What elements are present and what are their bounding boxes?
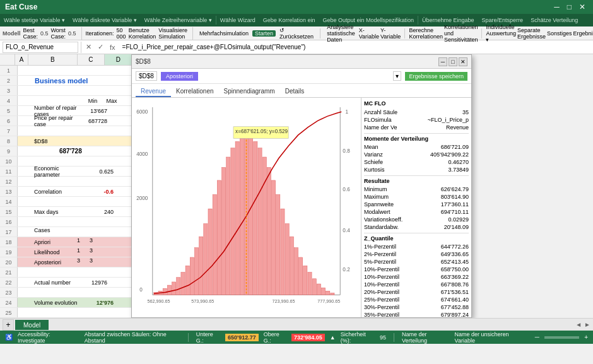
cell-d13: -0.6 <box>83 187 115 196</box>
status-bar: ♿ Accessibility: Investigate Abstand zwi… <box>0 331 593 344</box>
maximize-btn[interactable]: □ <box>565 3 574 11</box>
chart-max-btn[interactable]: □ <box>449 57 457 66</box>
chart-modal: $D$8 ─ □ ✕ $D$8 Aposteriori ▾ Ergebnisse… <box>131 54 472 318</box>
starten-btn[interactable]: Starten <box>252 30 276 37</box>
tab-wizard[interactable]: Wähle Wizard <box>216 14 259 26</box>
function-icon[interactable]: fx <box>108 44 117 51</box>
aposterior-button[interactable]: Aposteriori <box>161 72 198 81</box>
zoom-slider[interactable] <box>544 336 579 339</box>
chart-tab-revenue[interactable]: Revenue <box>136 86 171 97</box>
z-quantile-title: Z_Quantile <box>364 235 469 242</box>
svg-rect-29 <box>231 148 235 295</box>
chart-tab-details[interactable]: Details <box>280 86 310 97</box>
cancel-formula-icon[interactable]: ✕ <box>84 43 93 51</box>
svg-text:4000: 4000 <box>136 151 148 157</box>
obere-value: 732'984.05 <box>291 334 325 341</box>
chart-min-btn[interactable]: ─ <box>438 57 447 66</box>
svg-rect-25 <box>213 194 216 295</box>
worst-case-value: 0.5 <box>68 30 76 37</box>
best-case-value: 0.5 <box>40 30 49 37</box>
separate-btn[interactable]: Separate Ergebnisse <box>517 27 546 40</box>
svg-rect-43 <box>294 248 298 295</box>
svg-rect-16 <box>172 282 176 295</box>
minimize-btn[interactable]: ─ <box>551 3 562 11</box>
tab-zeitreihen[interactable]: Wähle Zeitreihenvariable ▾ <box>141 14 216 26</box>
up-arrow-icon: ▲ <box>330 334 336 341</box>
simulation-section: Iterationen: 50 000 Benutze Korrelation … <box>86 27 193 40</box>
cell-d15: 240 <box>83 207 115 216</box>
tab-wähle-stetige[interactable]: Wähle stetige Variable ▾ <box>0 14 69 26</box>
name-ve-row: Name der VeRevenue <box>364 124 469 131</box>
svg-rect-42 <box>290 237 293 295</box>
svg-text:1: 1 <box>345 109 348 115</box>
cell-d5: 13'667 <box>83 106 109 115</box>
cell-d24: 12'976 <box>83 298 115 307</box>
cell-b11: Economic parameter <box>33 167 83 176</box>
zoom-out-btn[interactable]: ─ <box>535 334 539 341</box>
zurücksetzen-btn[interactable]: ↺ Zurücksetzen <box>277 27 316 40</box>
sheet-add-btn[interactable]: + <box>3 319 14 331</box>
svg-rect-15 <box>167 285 171 295</box>
visualisiere-btn[interactable]: Visualisiere Simulation <box>158 27 187 40</box>
worst-case-label: Worst Case: <box>51 27 66 40</box>
close-btn[interactable]: ✕ <box>577 3 588 11</box>
tab-schätze[interactable]: Schätze Verteilung <box>527 14 582 26</box>
histogram-area: 6000 4000 2000 0 1 0.8 0.6 0.4 0.2 <box>132 98 361 317</box>
individuelle-btn[interactable]: Individuelle Auswertung ▾ <box>486 24 516 43</box>
svg-rect-37 <box>267 167 271 295</box>
col-header-b: B <box>28 54 78 65</box>
dropdown-arrow[interactable]: ▾ <box>393 71 401 81</box>
chart-tab-spinnendiagramm[interactable]: Spinnendiagramm <box>219 86 280 97</box>
chart-close-btn[interactable]: ✕ <box>459 57 467 66</box>
confirm-formula-icon[interactable]: ✓ <box>96 43 105 51</box>
svg-rect-36 <box>262 157 266 295</box>
tab-korrelation[interactable]: Gebe Korrelation ein <box>259 14 319 26</box>
zoom-in-btn[interactable]: + <box>584 334 588 341</box>
cell-b24: Volume evolution <box>33 298 83 307</box>
svg-rect-31 <box>240 138 244 295</box>
y-variable-label: Y-Variable <box>380 27 401 40</box>
cell-c9: 687'728 <box>58 146 102 156</box>
chart-tab-korrelationen[interactable]: Korrelationen <box>171 86 218 97</box>
name-unsichere-label: Name der unsicheren Variable <box>455 331 525 344</box>
save-results-button[interactable]: Ergebnisse speichern <box>405 72 467 81</box>
svg-text:777,990.65: 777,990.65 <box>317 299 340 304</box>
modell-section: Modell Best Case: 0.5 Worst Case: 0.5 <box>3 27 82 40</box>
berechne-korr-btn[interactable]: Berechne Korrelationen <box>409 27 443 40</box>
svg-text:573,990.65: 573,990.65 <box>191 299 214 304</box>
mc-flo-title: MC FLO <box>364 100 469 107</box>
svg-text:0.4: 0.4 <box>343 228 350 233</box>
svg-rect-50 <box>326 291 330 295</box>
chart-title-bar: $D$8 ─ □ ✕ <box>132 55 471 69</box>
sheet-tab-model[interactable]: Model <box>15 320 49 330</box>
cell-b6: Price per repair case <box>33 116 83 126</box>
sicherheit-value: 95 <box>380 334 386 341</box>
sonstiges-btn[interactable]: Sonstiges <box>547 30 572 37</box>
svg-rect-47 <box>312 279 316 295</box>
toolbar-row2: Modell Best Case: 0.5 Worst Case: 0.5 It… <box>0 26 593 40</box>
main-area: A B C D 1 2Business model 3 4MinMax 5Num… <box>0 54 593 318</box>
formula-input[interactable] <box>120 44 590 50</box>
chart-right-panel: MC FLO Anzahl Säule35 FLOsimula~FLO_i_Pr… <box>361 98 471 317</box>
scroll-left-btn[interactable]: ◄ <box>575 321 582 328</box>
mehrfach-btn[interactable]: Mehrfachsimulation <box>197 30 251 37</box>
flosimula-row: FLOsimula~FLO_i_Price_p <box>364 116 469 124</box>
benutze-btn[interactable]: Benutze Korrelation <box>129 27 156 40</box>
svg-text:0.8: 0.8 <box>343 148 350 154</box>
formula-divider <box>81 42 81 53</box>
momente-title: Momente der Verteilung <box>364 136 469 142</box>
scroll-right-btn[interactable]: ► <box>584 321 590 328</box>
cell-d11: 0.625 <box>83 167 115 176</box>
analyse-btn[interactable]: Analysiere statistische Daten <box>324 24 358 43</box>
tab-wähle-diskrete[interactable]: Wähle diskrete Variable ▾ <box>69 14 141 26</box>
cell-reference[interactable] <box>3 42 78 53</box>
svg-text:2000: 2000 <box>136 196 148 201</box>
iter-value: 50 000 <box>117 27 126 40</box>
svg-rect-34 <box>254 141 257 295</box>
sicherheit-label: Sicherheit (%): <box>341 331 375 344</box>
cell-b15: Max days <box>33 207 83 216</box>
accessibility-label: Accessibility: Investigate <box>18 331 74 344</box>
svg-rect-44 <box>299 257 303 295</box>
svg-rect-26 <box>217 180 221 295</box>
cell-b8: $D$8 <box>33 136 121 146</box>
